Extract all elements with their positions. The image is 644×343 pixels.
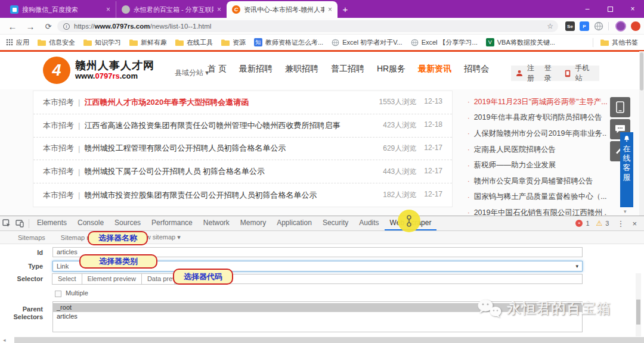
profile-avatar[interactable] (615, 21, 626, 32)
sidebar-link[interactable]: · 2019年11月23日"两城两谷两带"主导产... (467, 94, 607, 110)
toolbar-divider (608, 22, 609, 30)
site-nav-item[interactable]: 最新资讯 (418, 64, 451, 74)
sidebar-link[interactable]: · 定南县人民医院招聘公告 (467, 142, 607, 158)
site-logo[interactable]: 4 (43, 57, 70, 84)
globe-extension-icon[interactable] (594, 21, 603, 31)
scrollbar-thumb[interactable] (636, 300, 640, 325)
article-date: 12-17 (424, 190, 442, 200)
sidebar-link[interactable]: · 薪税师——助力企业发展 (467, 157, 607, 173)
sidebar-link[interactable]: · 赣州市公安局章贡分局辅警招聘公告 (467, 173, 607, 189)
red-extension-icon[interactable] (631, 21, 640, 31)
login-link[interactable]: 登录 (544, 63, 558, 83)
selector-label: Selector (0, 275, 43, 282)
folder-icon (83, 39, 92, 46)
sidebar-link[interactable]: · 人保财险赣州市分公司2019年商非业务... (467, 126, 607, 142)
inspect-element-icon[interactable] (0, 216, 13, 230)
article-title-link[interactable]: 赣州城投工程管理有限公司公开招聘人员初筛合格名单公示 (84, 143, 383, 154)
vertical-scrollbar[interactable] (636, 273, 641, 336)
error-icon[interactable]: × (575, 220, 583, 227)
annotation-selector-type: 选择器类别 (79, 254, 157, 269)
devtools-tab[interactable]: Elements (32, 216, 72, 230)
bookmark-excel-2[interactable]: Excel 【分享学习... (411, 38, 478, 47)
scrollbar-track[interactable] (14, 337, 644, 343)
article-category: 本市招考 (43, 97, 74, 108)
tab-close-icon[interactable]: × (106, 5, 110, 14)
bookmark-folder-security[interactable]: 信息安全 (38, 38, 75, 47)
site-nav-item[interactable]: 招聘会 (464, 64, 489, 74)
article-title-link[interactable]: 江西赣州人才市场2020年春季大型招聘会邀请函 (84, 97, 379, 108)
reload-icon[interactable]: ⟳ (41, 18, 56, 35)
site-nav-item[interactable]: 兼职招聘 (285, 64, 318, 74)
back-icon[interactable]: ← (5, 18, 20, 35)
browser-tab-active[interactable]: C 资讯中心-本市招考-赣州人事人... × (227, 1, 338, 18)
article-row[interactable]: 本市招考 | 赣州城投工程管理有限公司公开招聘人员初筛合格名单公示 629人浏览… (33, 138, 452, 161)
mobile-app-float-button[interactable] (610, 97, 630, 117)
bookmark-vba[interactable]: V VBA将数据按关键... (486, 38, 555, 47)
devtools-tab[interactable]: Application (271, 216, 317, 230)
devtools-tab[interactable]: Console (72, 216, 109, 230)
close-button[interactable]: × (621, 0, 644, 18)
region-dropdown[interactable]: 县域分站 ▾ (175, 68, 209, 78)
sitemaps-menu[interactable]: Sitemaps (18, 234, 45, 241)
article-title-link[interactable]: 赣州城市投资控股集团有限责任公司公开招聘人员初筛合格名单公示 (84, 190, 383, 201)
selector-tool-button[interactable]: Select (52, 273, 82, 285)
tab-close-icon[interactable]: × (217, 5, 221, 14)
forward-icon[interactable]: → (23, 18, 38, 35)
article-row[interactable]: 本市招考 | 江西赣州人才市场2020年春季大型招聘会邀请函 1553人浏览12… (33, 91, 452, 114)
page-info-icon[interactable]: i (63, 23, 70, 30)
devtools-tab[interactable]: Network (198, 216, 235, 230)
bookmark-excel-1[interactable]: Excel 初学者对于V... (332, 38, 402, 47)
page-scrollbar[interactable] (639, 51, 644, 216)
scroll-left-arrow-icon[interactable]: ◂ (3, 337, 6, 343)
p-extension-icon[interactable]: P (580, 21, 589, 31)
article-row[interactable]: 本市招考 | 赣州城投下属子公司公开招聘人员 初筛合格名单公示 443人浏览12… (33, 160, 452, 183)
bookmark-folder-fun[interactable]: 新鲜有趣 (129, 38, 167, 47)
tab-title: 资讯中心-本市招考-赣州人事人... (244, 5, 324, 14)
article-row[interactable]: 本市招考 | 江西省高速公路投资集团有限责任公司赣州管理中心赣州西收费所招聘启事… (33, 114, 452, 138)
horizontal-scrollbar[interactable]: ◂ (0, 336, 644, 343)
selenium-extension-icon[interactable]: Se (565, 21, 575, 31)
online-service-banner[interactable]: 在线客服 (620, 132, 633, 207)
selector-input[interactable] (174, 274, 583, 284)
banner-collapse-caret[interactable]: ▾ (624, 208, 627, 214)
article-title-link[interactable]: 江西省高速公路投资集团有限责任公司赣州管理中心赣州西收费所招聘启事 (84, 120, 383, 131)
bookmark-star-icon[interactable]: ☆ (547, 22, 553, 30)
devtools-tab[interactable]: Sources (109, 216, 146, 230)
restore-button[interactable] (599, 0, 621, 18)
sidebar-link[interactable]: · 国家钨与稀土产品质量监督检验中心（... (467, 189, 607, 205)
article-row[interactable]: 本市招考 | 赣州城市投资控股集团有限责任公司公开招聘人员初筛合格名单公示 18… (33, 183, 452, 207)
article-category: 本市招考 (43, 190, 74, 201)
devtools-tab[interactable]: Security (317, 216, 354, 230)
address-bar[interactable]: i https://www.0797rs.com/news/list-10--1… (57, 20, 558, 32)
site-nav-item[interactable]: 首 页 (208, 64, 227, 74)
bookmark-teacher-cert[interactable]: 知 教师资格证怎么考... (254, 38, 323, 47)
site-nav-item[interactable]: 普工招聘 (331, 64, 364, 74)
devtools-tab[interactable]: Performance (146, 216, 198, 230)
site-content: 本市招考 | 江西赣州人才市场2020年春季大型招聘会邀请函 1553人浏览12… (0, 89, 644, 216)
site-nav-item[interactable]: 最新招聘 (239, 64, 273, 74)
mobile-site-link[interactable]: 手机站 (575, 63, 595, 83)
scrollbar-thumb[interactable] (640, 52, 643, 91)
devtools-menu-icon[interactable]: ⋮ (617, 219, 624, 228)
bookmark-apps[interactable]: 应用 (6, 38, 29, 47)
browser-tab-1[interactable]: 搜狗微信_百度搜索 × (5, 1, 116, 18)
devtools-close-icon[interactable]: × (632, 219, 637, 228)
bookmark-folder-tools[interactable]: 在线工具 (175, 38, 213, 47)
browser-tab-2[interactable]: 永恒君的百宝箱 - 分享互联网心... × (116, 1, 227, 18)
bookmark-folder-resources[interactable]: 资源 (221, 38, 246, 47)
register-link[interactable]: 注册 (527, 63, 540, 83)
device-toolbar-icon[interactable] (13, 216, 26, 230)
selector-tool-button[interactable]: Element preview (82, 273, 142, 285)
site-nav-item[interactable]: HR服务 (377, 64, 405, 74)
other-bookmarks[interactable]: 其他书签 (593, 38, 638, 47)
new-tab-button[interactable]: + (338, 1, 353, 18)
tab-close-icon[interactable]: × (328, 5, 332, 14)
devtools-tab[interactable]: Audits (354, 216, 384, 230)
sidebar-link[interactable]: · 2019年信丰县政府专职消防员招聘公告 (467, 110, 607, 126)
warning-icon[interactable]: ⚠ (596, 219, 603, 227)
multiple-checkbox[interactable] (55, 291, 61, 297)
minimize-button[interactable]: – (576, 0, 599, 18)
article-title-link[interactable]: 赣州城投下属子公司公开招聘人员 初筛合格名单公示 (84, 166, 383, 177)
devtools-tab[interactable]: Memory (235, 216, 271, 230)
bookmark-folder-learning[interactable]: 知识学习 (83, 38, 121, 47)
